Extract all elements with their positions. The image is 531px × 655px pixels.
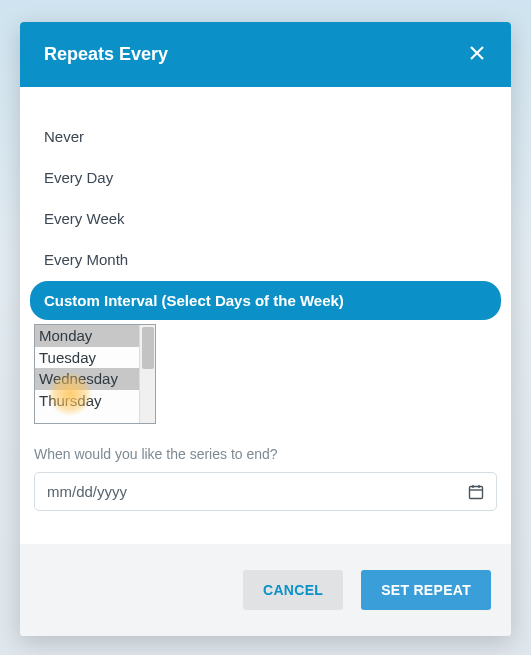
end-date-input[interactable]: mm/dd/yyyy xyxy=(34,472,497,511)
modal-header: Repeats Every xyxy=(20,22,511,87)
svg-rect-2 xyxy=(470,486,483,498)
day-wednesday[interactable]: Wednesday xyxy=(35,368,139,390)
set-repeat-button[interactable]: SET REPEAT xyxy=(361,570,491,610)
days-list: Monday Tuesday Wednesday Thursday xyxy=(35,325,139,423)
option-never[interactable]: Never xyxy=(30,117,501,156)
modal-title: Repeats Every xyxy=(44,44,168,65)
option-every-day[interactable]: Every Day xyxy=(30,158,501,197)
days-scrollbar[interactable] xyxy=(139,325,155,423)
close-icon xyxy=(469,45,485,64)
modal-footer: CANCEL SET REPEAT xyxy=(20,544,511,636)
calendar-icon xyxy=(468,484,484,500)
modal-body: Never Every Day Every Week Every Month C… xyxy=(20,87,511,544)
modal-backdrop: Repeats Every Never Every Day Every Week… xyxy=(0,0,531,655)
repeats-modal: Repeats Every Never Every Day Every Week… xyxy=(20,22,511,636)
repeat-options: Never Every Day Every Week Every Month C… xyxy=(30,117,501,320)
option-every-month[interactable]: Every Month xyxy=(30,240,501,279)
option-custom-interval[interactable]: Custom Interval (Select Days of the Week… xyxy=(30,281,501,320)
end-date-placeholder: mm/dd/yyyy xyxy=(47,483,468,500)
day-monday[interactable]: Monday xyxy=(35,325,139,347)
cancel-button[interactable]: CANCEL xyxy=(243,570,343,610)
days-listbox[interactable]: Monday Tuesday Wednesday Thursday xyxy=(34,324,156,424)
close-button[interactable] xyxy=(467,45,487,65)
day-tuesday[interactable]: Tuesday xyxy=(35,347,139,369)
scrollbar-thumb[interactable] xyxy=(142,327,154,369)
end-date-label: When would you like the series to end? xyxy=(34,446,497,462)
day-thursday[interactable]: Thursday xyxy=(35,390,139,412)
option-every-week[interactable]: Every Week xyxy=(30,199,501,238)
